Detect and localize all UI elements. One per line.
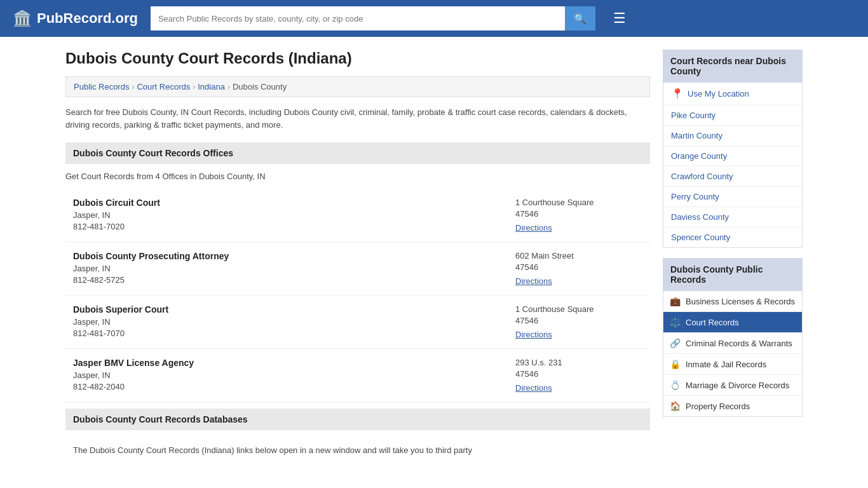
content-area: Dubois County Court Records (Indiana) Pu… (65, 50, 650, 463)
search-input[interactable] (151, 6, 565, 30)
office-street-3: 1 Courthouse Square (515, 304, 642, 314)
office-street-1: 1 Courthouse Square (515, 198, 642, 207)
sidebar: Court Records near Dubois County 📍 Use M… (663, 50, 803, 463)
office-address-1: 1 Courthouse Square 47546 Directions (515, 198, 642, 233)
sidebar-item-orange[interactable]: Orange County (663, 146, 802, 166)
office-name-1: Dubois Circuit Court (73, 198, 503, 208)
sidebar-item-pike[interactable]: Pike County (663, 105, 802, 126)
main-container: Dubois County Court Records (Indiana) Pu… (53, 37, 815, 463)
chain-icon: 🔗 (670, 338, 681, 348)
breadcrumb-public-records[interactable]: Public Records (74, 82, 129, 92)
office-info-2: Dubois County Prosecuting Attorney Jaspe… (73, 251, 503, 286)
site-header: 🏛️ PubRecord.org 🔍 ☰ (0, 0, 868, 37)
breadcrumb-current: Dubois County (233, 82, 287, 92)
databases-section-header: Dubois County Court Records Databases (65, 409, 650, 430)
sidebar-item-business[interactable]: 💼 Business Licenses & Records (663, 291, 802, 312)
county-label-perry: Perry County (671, 192, 719, 201)
office-name-2: Dubois County Prosecuting Attorney (73, 251, 503, 261)
county-label-crawford: Crawford County (671, 172, 733, 181)
directions-link-4[interactable]: Directions (515, 383, 552, 393)
court-records-label: Court Records (686, 318, 739, 327)
site-logo[interactable]: 🏛️ PubRecord.org (13, 10, 138, 27)
sidebar-nearby-list: 📍 Use My Location Pike County Martin Cou… (663, 83, 803, 248)
sidebar-item-daviess[interactable]: Daviess County (663, 207, 802, 227)
office-info-4: Jasper BMV License Agency Jasper, IN 812… (73, 358, 503, 393)
offices-section-header: Dubois County Court Records Offices (65, 142, 650, 164)
briefcase-icon: 💼 (670, 296, 681, 306)
office-info-1: Dubois Circuit Court Jasper, IN 812-481-… (73, 198, 503, 233)
sidebar-item-property[interactable]: 🏠 Property Records (663, 396, 802, 416)
office-phone-3: 812-481-7070 (73, 329, 503, 338)
office-zip-1: 47546 (515, 209, 642, 219)
county-label-daviess: Daviess County (671, 212, 729, 222)
search-area: 🔍 (151, 6, 595, 30)
scales-icon: ⚖️ (670, 317, 681, 327)
inmate-records-label: Inmate & Jail Records (686, 360, 766, 369)
databases-description: The Dubois County Court Records (Indiana… (65, 438, 650, 463)
page-title: Dubois County Court Records (Indiana) (65, 50, 650, 67)
sidebar-item-spencer[interactable]: Spencer County (663, 227, 802, 247)
office-zip-3: 47546 (515, 316, 642, 325)
ring-icon: 💍 (670, 380, 681, 390)
directions-link-3[interactable]: Directions (515, 330, 552, 339)
use-my-location-label: Use My Location (688, 89, 749, 98)
breadcrumb-sep-1: › (132, 83, 134, 92)
sidebar-item-criminal[interactable]: 🔗 Criminal Records & Warrants (663, 333, 802, 354)
breadcrumb-court-records[interactable]: Court Records (137, 82, 190, 92)
table-row: Dubois Circuit Court Jasper, IN 812-481-… (65, 189, 650, 242)
office-city-3: Jasper, IN (73, 317, 503, 327)
office-street-4: 293 U.s. 231 (515, 358, 642, 367)
menu-button[interactable]: ☰ (608, 9, 631, 28)
office-street-2: 602 Main Street (515, 251, 642, 261)
office-phone-2: 812-482-5725 (73, 275, 503, 285)
sidebar-item-marriage[interactable]: 💍 Marriage & Divorce Records (663, 375, 802, 396)
breadcrumb-sep-2: › (193, 83, 195, 92)
sidebar-public-records-header: Dubois County Public Records (663, 258, 803, 291)
table-row: Dubois Superior Court Jasper, IN 812-481… (65, 295, 650, 349)
breadcrumb-sep-3: › (227, 83, 230, 92)
sidebar-item-martin[interactable]: Martin County (663, 126, 802, 146)
office-phone-1: 812-481-7020 (73, 222, 503, 231)
county-label-spencer: Spencer County (671, 233, 730, 242)
breadcrumb: Public Records › Court Records › Indiana… (65, 76, 650, 97)
business-records-label: Business Licenses & Records (686, 297, 795, 306)
office-city-2: Jasper, IN (73, 264, 503, 273)
county-label-pike: Pike County (671, 111, 715, 120)
house-icon: 🏠 (670, 401, 681, 411)
property-records-label: Property Records (686, 402, 750, 411)
office-zip-2: 47546 (515, 262, 642, 272)
lock-icon: 🔒 (670, 359, 681, 369)
directions-link-2[interactable]: Directions (515, 276, 552, 286)
office-address-2: 602 Main Street 47546 Directions (515, 251, 642, 286)
breadcrumb-indiana[interactable]: Indiana (198, 82, 225, 92)
table-row: Jasper BMV License Agency Jasper, IN 812… (65, 349, 650, 402)
location-pin-icon: 📍 (671, 88, 684, 100)
page-description: Search for free Dubois County, IN Court … (65, 106, 650, 131)
office-info-3: Dubois Superior Court Jasper, IN 812-481… (73, 304, 503, 339)
criminal-records-label: Criminal Records & Warrants (686, 339, 792, 348)
county-label-orange: Orange County (671, 151, 727, 161)
office-list: Dubois Circuit Court Jasper, IN 812-481-… (65, 189, 650, 402)
logo-icon: 🏛️ (13, 10, 32, 27)
office-phone-4: 812-482-2040 (73, 382, 503, 391)
logo-text: PubRecord.org (37, 10, 138, 27)
directions-link-1[interactable]: Directions (515, 223, 552, 233)
office-zip-4: 47546 (515, 369, 642, 379)
county-label-martin: Martin County (671, 131, 722, 140)
office-name-3: Dubois Superior Court (73, 304, 503, 315)
search-button[interactable]: 🔍 (565, 6, 595, 30)
marriage-records-label: Marriage & Divorce Records (686, 381, 789, 390)
sidebar-item-perry[interactable]: Perry County (663, 187, 802, 207)
sidebar-item-court-records[interactable]: ⚖️ Court Records (663, 312, 802, 333)
sidebar-use-location[interactable]: 📍 Use My Location (663, 83, 802, 105)
sidebar-public-records-list: 💼 Business Licenses & Records ⚖️ Court R… (663, 291, 803, 417)
sidebar-nearby-header: Court Records near Dubois County (663, 50, 803, 83)
sidebar-item-inmate[interactable]: 🔒 Inmate & Jail Records (663, 354, 802, 375)
office-address-3: 1 Courthouse Square 47546 Directions (515, 304, 642, 339)
offices-sub-header: Get Court Records from 4 Offices in Dubo… (65, 172, 650, 189)
office-city-1: Jasper, IN (73, 210, 503, 220)
sidebar-item-crawford[interactable]: Crawford County (663, 166, 802, 187)
table-row: Dubois County Prosecuting Attorney Jaspe… (65, 242, 650, 295)
office-address-4: 293 U.s. 231 47546 Directions (515, 358, 642, 393)
office-city-4: Jasper, IN (73, 370, 503, 380)
